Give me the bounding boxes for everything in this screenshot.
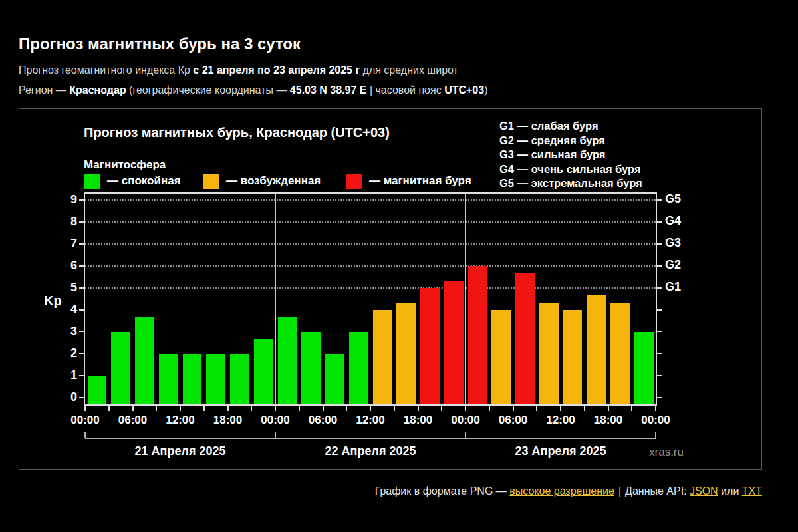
- region-text: Регион —: [19, 84, 69, 96]
- region-tz-text: | часовой пояс: [366, 84, 444, 96]
- page-title: Прогноз магнитных бурь на 3 суток: [19, 35, 301, 53]
- g-tick: [657, 243, 662, 245]
- kp-bar: [230, 354, 249, 404]
- day-label: 22 Апреля 2025: [291, 444, 450, 458]
- y-tick: [79, 243, 84, 245]
- legend-title: Магнитосфера: [84, 158, 166, 172]
- high-res-link[interactable]: высокое разрешение: [509, 485, 614, 497]
- x-tick: [655, 406, 656, 411]
- x-tick: [180, 406, 181, 411]
- y-tick: [79, 375, 84, 376]
- x-tick: [323, 406, 324, 411]
- day-label: 21 Апреля 2025: [100, 444, 260, 458]
- kp-bar: [539, 303, 559, 404]
- json-link[interactable]: JSON: [690, 485, 718, 497]
- y-tick-label: 0: [55, 390, 77, 404]
- y-tick: [79, 265, 84, 267]
- g-tick: [657, 331, 662, 332]
- kp-bar: [278, 317, 297, 404]
- g-tick: [657, 397, 662, 398]
- g-tick: [657, 200, 662, 201]
- g4-description: G4 — очень сильная буря: [499, 162, 642, 177]
- footer: График в формате PNG — высокое разрешени…: [375, 485, 762, 497]
- region-line: Регион — Краснодар (географические коорд…: [19, 84, 487, 96]
- x-tick: [631, 406, 632, 411]
- day-separator: [275, 194, 276, 404]
- y-tick: [79, 221, 84, 223]
- gridline-kp8: [85, 221, 656, 223]
- kp-bar: [111, 332, 130, 404]
- day-bracket-tick: [655, 432, 656, 438]
- region-tz: UTC+03: [444, 84, 484, 96]
- y-tick-label: 1: [55, 368, 77, 382]
- plot-area: Kp xras.ru 0123456789G1G2G3G4G500:0006:0…: [85, 194, 656, 404]
- gridline-kp9: [85, 200, 656, 201]
- g-tick: [657, 265, 662, 267]
- kp-bar: [349, 332, 368, 404]
- x-tick: [251, 406, 252, 411]
- x-tick-label: 18:00: [585, 414, 632, 427]
- g-tick: [657, 287, 662, 289]
- g-scale-legend: G1 — слабая буря G2 — средняя буря G3 — …: [499, 119, 642, 191]
- y-tick-label: 4: [55, 303, 77, 317]
- day-bracket-tick: [465, 432, 466, 438]
- kp-bar: [587, 295, 606, 404]
- x-tick: [227, 406, 229, 411]
- x-tick: [275, 406, 276, 411]
- x-tick: [536, 406, 537, 411]
- y-tick-label: 3: [55, 325, 77, 338]
- x-tick-label: 12:00: [346, 414, 394, 427]
- kp-bar: [135, 317, 154, 404]
- x-tick: [394, 406, 395, 411]
- y-tick-label: 8: [55, 215, 77, 229]
- day-bracket-tick: [84, 432, 86, 438]
- g-tick: [657, 375, 662, 376]
- g-tick-label: G3: [665, 236, 705, 250]
- g-tick-label: G4: [665, 214, 705, 228]
- g-tick-label: G1: [665, 280, 705, 294]
- y-tick-label: 2: [55, 346, 77, 360]
- x-tick: [132, 406, 134, 411]
- footer-text-or: или: [718, 485, 742, 497]
- x-tick-label: 06:00: [299, 414, 347, 427]
- y-tick-label: 6: [55, 259, 77, 273]
- day-separator: [465, 194, 466, 404]
- y-tick: [79, 353, 84, 354]
- y-tick: [79, 397, 84, 398]
- g-tick-label: G2: [665, 258, 705, 272]
- gridline-kp7: [85, 243, 656, 245]
- kp-bar: [159, 354, 178, 404]
- g1-description: G1 — слабая буря: [499, 119, 642, 134]
- kp-bar: [183, 354, 202, 404]
- legend-item-quiet: — спокойная: [84, 173, 181, 189]
- x-tick: [299, 406, 300, 411]
- g3-description: G3 — сильная буря: [499, 148, 642, 162]
- x-tick: [560, 406, 561, 411]
- legend-item-excited: — возбужденная: [203, 173, 321, 189]
- x-tick-label: 00:00: [632, 414, 680, 427]
- g5-description: G5 — экстремальная буря: [499, 176, 642, 191]
- legend-item-storm: — магнитная буря: [346, 173, 471, 189]
- kp-bar: [206, 354, 225, 404]
- g2-description: G2 — средняя буря: [499, 134, 642, 148]
- day-label: 23 Апреля 2025: [481, 444, 640, 458]
- kp-bar: [420, 288, 440, 404]
- region-city: Краснодар: [69, 84, 126, 96]
- footer-text-api: Данные API:: [625, 485, 690, 497]
- x-tick-label: 00:00: [442, 414, 489, 427]
- day-bracket-tick: [275, 432, 276, 438]
- x-tick: [465, 406, 466, 411]
- kp-bar: [563, 310, 583, 404]
- legend-label-storm: — магнитная буря: [369, 174, 471, 188]
- y-tick: [79, 200, 84, 201]
- x-tick: [584, 406, 585, 411]
- kp-bar: [610, 303, 630, 404]
- x-tick-label: 18:00: [394, 414, 442, 427]
- x-tick: [108, 406, 110, 411]
- y-tick: [79, 331, 84, 332]
- txt-link[interactable]: TXT: [742, 485, 762, 497]
- x-tick-label: 00:00: [61, 414, 109, 427]
- x-tick: [608, 406, 609, 411]
- x-tick: [441, 406, 442, 411]
- x-tick-label: 06:00: [489, 414, 537, 427]
